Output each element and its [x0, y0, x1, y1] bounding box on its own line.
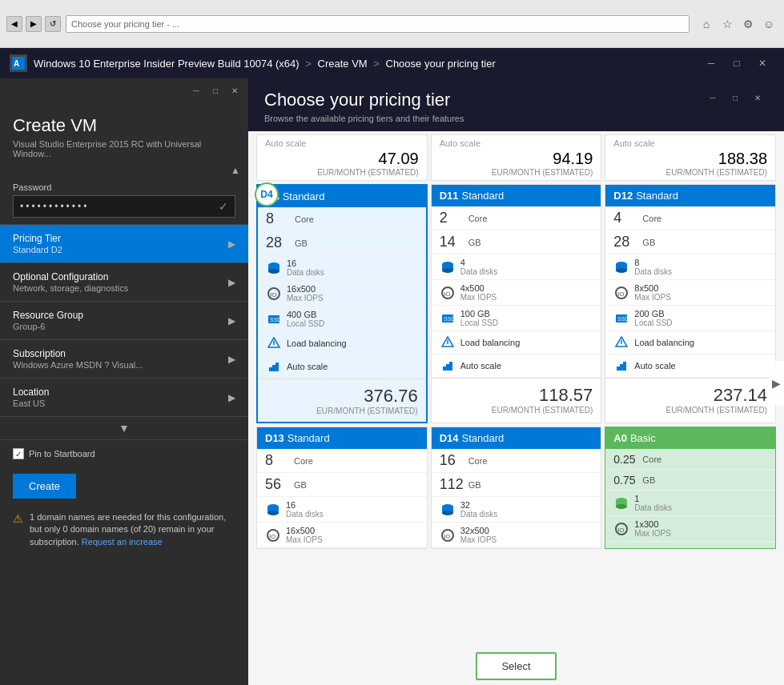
card-d13-ram-row: 56 GB: [257, 473, 427, 497]
breadcrumb: Windows 10 Enterprise Insider Preview Bu…: [34, 58, 496, 70]
pin-checkbox[interactable]: ✓: [13, 448, 24, 459]
card-d12-scale-label: Auto scale: [634, 361, 675, 371]
scroll-up-arrow[interactable]: ▲: [0, 165, 248, 176]
scale-icon: [266, 359, 282, 375]
card-d4-ssd-unit: Local SSD: [287, 319, 324, 328]
card-d14-id: D14: [440, 432, 459, 444]
card-d4-cores-row: 8 Core: [258, 207, 426, 231]
lb-icon-d12: [613, 334, 629, 351]
select-button[interactable]: Select: [476, 652, 556, 680]
pricing-title: Choose your pricing tier: [264, 90, 464, 110]
card-a0-disks-row: 1 Data disks: [605, 491, 775, 516]
card-d11-cores-unit: Core: [468, 214, 488, 223]
nav-item-location[interactable]: Location East US ▶: [0, 378, 248, 416]
pricing-scroll[interactable]: D4 D4 Standard 8 Core 28 GB: [248, 181, 784, 644]
svg-rect-25: [449, 362, 452, 371]
address-bar[interactable]: Choose your pricing tier - ...: [66, 15, 690, 33]
card-d12-iops-row: IO 8x500 Max IOPS: [605, 280, 775, 306]
maximize-button[interactable]: □: [725, 54, 749, 72]
svg-text:IO: IO: [444, 533, 450, 540]
card-d11-cores-value: 2: [440, 210, 464, 226]
lb-icon-d11: [440, 334, 456, 351]
card-a0[interactable]: A0 Basic 0.25 Core 0.75 GB: [605, 427, 776, 549]
card-d13-cores-unit: Core: [294, 456, 313, 466]
request-increase-link[interactable]: Request an increase: [82, 537, 163, 547]
disk-icon-d11: [440, 259, 456, 275]
card-a0-ram-value: 0.75: [613, 474, 637, 487]
nav-item-subscription[interactable]: Subscription Windows Azure MSDN ? Visual…: [0, 339, 248, 378]
password-input[interactable]: •••••••••••• ✓: [13, 195, 235, 218]
left-minimize-button[interactable]: ─: [187, 82, 205, 99]
svg-text:SSD: SSD: [444, 316, 455, 322]
nav-item-optional-config[interactable]: Optional Configuration Network, storage,…: [0, 262, 248, 301]
right-close-button[interactable]: ✕: [747, 90, 768, 106]
card-d11-tier: Standard: [462, 190, 505, 202]
back-button[interactable]: ◀: [6, 16, 22, 32]
card-d12[interactable]: D12 Standard 4 Core 28 GB: [605, 184, 776, 423]
card-d14-disks-unit: Data disks: [460, 510, 498, 519]
svg-point-28: [616, 268, 627, 273]
chevron-right-icon-4: ▶: [228, 354, 235, 365]
pin-area: ✓ Pin to Startboard: [0, 439, 248, 467]
iops-icon-d14: IO: [440, 527, 456, 543]
window-controls: ─ □ ✕: [699, 54, 774, 72]
settings-icon[interactable]: ⚙: [739, 15, 757, 33]
card-d13[interactable]: D13 Standard 8 Core 56 GB: [256, 427, 428, 549]
card-d4-iops-row: IO 16x500 Max IOPS: [258, 281, 426, 306]
pin-label: Pin to Startboard: [29, 449, 95, 459]
card-d4-price-amount: 376.76: [266, 386, 418, 407]
card-d11-id: D11: [440, 190, 459, 202]
card-d11-disks-value: 4: [460, 258, 498, 267]
refresh-button[interactable]: ↺: [45, 16, 61, 32]
card-d12-lb-label: Load balancing: [634, 338, 694, 347]
check-icon: ✓: [219, 200, 228, 213]
prev-card-d2: Auto scale 94.19 EUR/MONTH (ESTIMATED): [431, 134, 602, 181]
nav-item-optional-config-subtitle: Network, storage, diagnostics: [13, 283, 128, 293]
left-maximize-button[interactable]: □: [207, 82, 224, 99]
card-d11-header: D11 Standard: [432, 185, 601, 206]
lb-icon: [266, 335, 282, 351]
card-d4[interactable]: D4 D4 Standard 8 Core 28 GB: [256, 184, 428, 423]
card-d12-price: 237.14 EUR/MONTH (ESTIMATED): [605, 378, 775, 421]
card-d4-ram-value: 28: [266, 234, 290, 251]
scroll-down-arrow[interactable]: ▼: [0, 416, 248, 439]
right-maximize-button[interactable]: □: [725, 90, 746, 106]
card-d4-iops-unit: Max IOPS: [287, 294, 324, 302]
ssd-icon-d12: SSD: [613, 310, 629, 326]
card-d11[interactable]: D11 Standard 2 Core 14 GB: [431, 184, 602, 423]
left-panel-header: Create VM Visual Studio Enterprise 2015 …: [0, 102, 248, 165]
close-window-button[interactable]: ✕: [750, 54, 774, 72]
card-d14[interactable]: D14 Standard 16 Core 112 GB: [431, 427, 602, 549]
card-d4-ssd-row: SSD 400 GB Local SSD: [258, 306, 426, 332]
card-d4-disks-value: 16: [287, 258, 324, 268]
svg-point-16: [442, 268, 453, 273]
star-icon[interactable]: ☆: [718, 15, 736, 33]
card-a0-disks-value: 1: [634, 494, 672, 503]
card-d11-cores-row: 2 Core: [432, 206, 601, 230]
card-a0-ram-unit: GB: [642, 475, 655, 485]
card-d12-ssd-unit: Local SSD: [634, 318, 672, 327]
azure-logo-icon: A: [10, 54, 27, 72]
card-d11-lb-row: Load balancing: [432, 331, 601, 355]
nav-item-resource-group[interactable]: Resource Group Group-6 ▶: [0, 301, 248, 339]
prev-period-d2: EUR/MONTH (ESTIMATED): [440, 168, 593, 177]
nav-item-pricing-tier[interactable]: Pricing Tier Standard D2 ▶: [0, 224, 248, 262]
right-scroll-indicator[interactable]: ▶: [769, 361, 784, 406]
card-d11-iops-value: 4x500: [460, 283, 497, 293]
right-panel-header: Choose your pricing tier Browse the avai…: [248, 78, 784, 131]
right-minimize-button[interactable]: ─: [702, 90, 723, 106]
user-icon[interactable]: ☺: [760, 15, 778, 33]
card-d13-header: D13 Standard: [257, 427, 427, 449]
card-d4-lb-row: Load balancing: [258, 332, 426, 355]
create-button[interactable]: Create: [13, 474, 76, 499]
card-d11-ram-row: 14 GB: [432, 230, 601, 254]
svg-point-50: [616, 504, 627, 509]
card-d14-ram-value: 112: [440, 476, 464, 493]
home-icon[interactable]: ⌂: [698, 15, 715, 33]
card-d4-iops-value: 16x500: [287, 284, 324, 294]
left-close-button[interactable]: ✕: [226, 82, 243, 99]
nav-item-resource-group-subtitle: Group-6: [13, 322, 83, 331]
forward-button[interactable]: ▶: [26, 16, 42, 32]
card-d14-disks-row: 32 Data disks: [432, 497, 601, 523]
minimize-button[interactable]: ─: [699, 54, 723, 72]
